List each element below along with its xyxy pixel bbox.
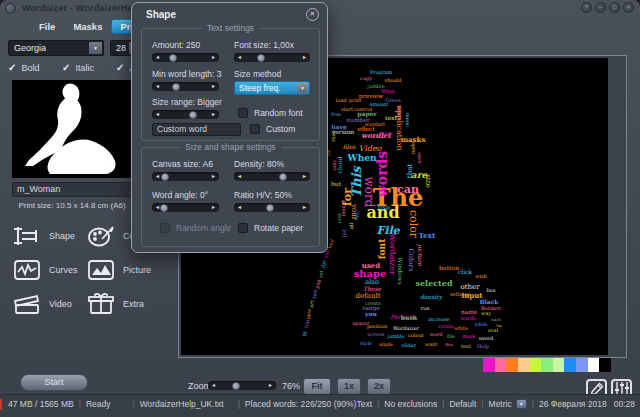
font-size-slider[interactable]: ◄► xyxy=(234,53,310,62)
custom-word-input[interactable]: Custom word xyxy=(152,123,241,136)
zoom-1x-button[interactable]: 1x xyxy=(337,378,361,395)
color-swatch[interactable] xyxy=(588,358,600,372)
color-swatch[interactable] xyxy=(483,358,495,372)
cloud-word: files xyxy=(343,144,356,150)
color-swatch[interactable] xyxy=(541,358,553,372)
mask-name-field[interactable]: m_Woman xyxy=(12,182,132,197)
slider-thumb[interactable] xyxy=(232,382,240,390)
palette-icon xyxy=(86,223,116,249)
density-slider[interactable]: ◄► xyxy=(234,172,310,181)
shape-dialog: Shape ✕ Text settings Amount: 250 ◄► Fon… xyxy=(131,2,328,253)
date-label: 26 Февраля 2018 xyxy=(539,399,607,409)
cloud-word: open xyxy=(411,142,416,154)
picture-icon xyxy=(86,257,116,283)
cloud-word: other xyxy=(460,284,479,291)
mask-thumbnail[interactable] xyxy=(12,80,132,178)
zoom-2x-button[interactable]: 2x xyxy=(367,378,391,395)
cloud-word: two xyxy=(312,289,318,299)
chevron-down-icon[interactable]: ▼ xyxy=(297,83,308,93)
cloud-word: Borders xyxy=(481,306,501,311)
word-angle-slider[interactable]: ◄► xyxy=(152,203,219,212)
cloud-word: white xyxy=(454,326,468,331)
arrow-right-icon[interactable]: ► xyxy=(268,381,273,390)
color-swatch[interactable] xyxy=(553,358,565,372)
tool-picture[interactable]: Picture xyxy=(86,256,151,284)
cloud-word: all xyxy=(349,223,354,229)
font-family-select[interactable]: Georgia ▼ xyxy=(8,40,104,56)
tool-curves[interactable]: Curves xyxy=(12,256,78,284)
minimize-button[interactable]: – xyxy=(595,2,606,13)
cloud-word: screen xyxy=(368,332,385,337)
close-button[interactable]: × xyxy=(623,2,634,13)
cloud-word: click xyxy=(458,269,472,275)
zoom-slider[interactable]: ◄► xyxy=(208,381,276,390)
cloud-word: word xyxy=(363,177,375,208)
preset-status[interactable]: Default xyxy=(449,399,476,409)
cloud-word: nach xyxy=(491,318,501,322)
cloud-word: cloud xyxy=(337,157,343,174)
ratio-slider[interactable]: ◄► xyxy=(234,203,310,212)
size-method-select[interactable]: Steep freq. ▼ xyxy=(234,81,310,95)
cloud-word: mask xyxy=(462,334,475,339)
size-range-slider[interactable]: ◄► xyxy=(152,110,219,119)
font-family-value: Georgia xyxy=(14,43,46,53)
cloud-word: while xyxy=(474,322,488,327)
cloud-word: copy xyxy=(360,76,372,81)
checkbox-box xyxy=(238,223,248,233)
color-swatch[interactable] xyxy=(495,358,507,372)
tool-shape[interactable]: Shape xyxy=(12,222,75,250)
cloud-word: art xyxy=(309,300,315,308)
canvas-size-slider[interactable]: ◄► xyxy=(152,172,219,181)
font-size-label: Font size: 1,00x xyxy=(234,40,294,50)
cloud-word: way xyxy=(481,311,491,316)
check-icon: ✓ xyxy=(8,62,16,73)
rotate-paper-checkbox[interactable]: Rotate paper xyxy=(238,223,303,233)
units-dropdown-icon[interactable]: ▼ xyxy=(516,399,527,409)
color-swatch[interactable] xyxy=(576,358,588,372)
exclusions-status[interactable]: No exclusions xyxy=(384,399,437,409)
dialog-title: Shape xyxy=(146,9,176,20)
dialog-close-icon[interactable]: ✕ xyxy=(306,8,319,21)
cloud-word: preview xyxy=(359,93,383,99)
cloud-word: start xyxy=(341,107,353,112)
color-swatch[interactable] xyxy=(506,358,518,372)
cloud-word: style xyxy=(360,341,372,346)
cloud-word: increase xyxy=(428,317,449,322)
memory-status: 47 MB / 1565 MB xyxy=(8,399,74,409)
chevron-down-icon[interactable]: ▼ xyxy=(89,42,102,54)
current-file[interactable]: WordaizerHelp_UK.txt xyxy=(140,399,224,409)
tool-video[interactable]: Video xyxy=(12,290,72,318)
amount-slider[interactable]: ◄► xyxy=(152,53,219,62)
units-status[interactable]: Metric xyxy=(489,399,512,409)
tool-extra[interactable]: Extra xyxy=(86,290,144,318)
help-window-button[interactable]: ? xyxy=(581,2,592,13)
color-swatch[interactable] xyxy=(564,358,576,372)
cloud-word: menu xyxy=(405,113,410,127)
cloud-word: Wordaizer xyxy=(393,326,419,331)
menu-item-masks[interactable]: Masks xyxy=(64,19,111,34)
mode-status[interactable]: Text xyxy=(356,399,372,409)
color-swatch[interactable] xyxy=(530,358,542,372)
cloud-word: mouse xyxy=(341,200,346,217)
start-button[interactable]: Start xyxy=(20,374,88,391)
cloud-word: saved xyxy=(479,336,494,341)
italic-checkbox[interactable]: ✓Italic xyxy=(62,62,116,73)
maximize-button[interactable]: □ xyxy=(609,2,620,13)
bold-checkbox[interactable]: ✓Bold xyxy=(8,62,62,73)
color-swatch[interactable] xyxy=(599,358,611,372)
density-label: Density: 80% xyxy=(234,159,284,169)
min-word-length-slider[interactable]: ◄► xyxy=(152,82,219,91)
checkbox-box xyxy=(250,124,260,134)
menu-item-file[interactable]: File xyxy=(30,19,64,34)
cloud-word: words xyxy=(375,151,389,197)
size-shape-settings-group: Size and shape settings Canvas size: A6 … xyxy=(141,147,320,247)
random-font-checkbox[interactable]: Random font xyxy=(238,108,303,118)
check-icon: ✓ xyxy=(116,62,124,73)
cloud-word: word xyxy=(430,332,443,337)
cloud-word: only xyxy=(332,160,337,171)
fit-button[interactable]: Fit xyxy=(303,378,331,395)
cloud-word: more xyxy=(379,131,392,136)
custom-checkbox[interactable]: Custom xyxy=(250,124,295,134)
color-swatch[interactable] xyxy=(518,358,530,372)
arrow-left-icon[interactable]: ◄ xyxy=(211,381,216,390)
